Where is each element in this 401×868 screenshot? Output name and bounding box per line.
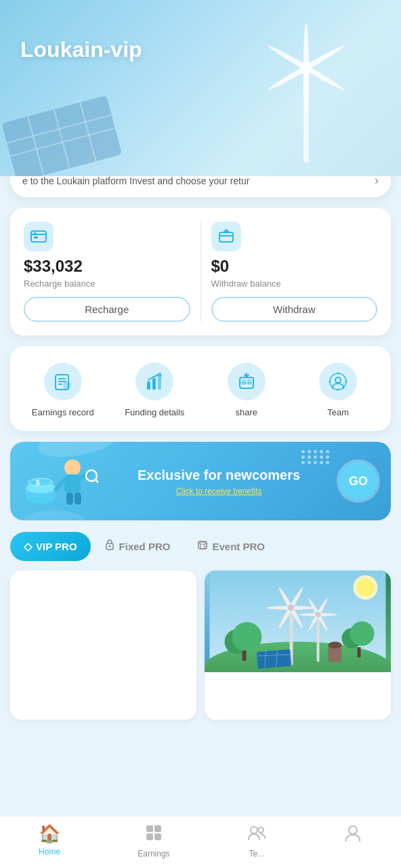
recharge-label: Recharge balance — [24, 278, 96, 289]
svg-point-67 — [288, 604, 295, 611]
svg-point-33 — [337, 373, 339, 375]
svg-rect-25 — [158, 375, 161, 390]
tab-vip-pro-label: VIP PRO — [36, 541, 77, 552]
funding-details-icon — [135, 363, 173, 400]
svg-rect-24 — [152, 378, 156, 390]
products-grid — [10, 571, 391, 720]
svg-rect-73 — [257, 649, 292, 669]
svg-rect-27 — [242, 379, 246, 385]
svg-point-52 — [108, 545, 110, 547]
svg-rect-53 — [198, 541, 207, 549]
svg-rect-11 — [31, 231, 46, 242]
bottom-navigation: 🏠 Home Earnings Te... — [0, 816, 401, 868]
product-tabs: ◇ VIP PRO Fixed PRO Event PRO — [10, 531, 391, 561]
ribbon-decor-bottom — [24, 510, 85, 520]
svg-rect-28 — [247, 379, 251, 385]
svg-rect-23 — [147, 381, 150, 390]
withdraw-button[interactable]: Withdraw — [211, 297, 378, 322]
tab-fixed-pro[interactable]: Fixed PRO — [91, 531, 184, 561]
svg-rect-62 — [358, 647, 361, 657]
product-image-2 — [205, 571, 391, 672]
earnings-record-icon — [44, 363, 82, 400]
share-action[interactable]: share — [200, 363, 293, 417]
nav-earnings-label: Earnings — [138, 849, 169, 859]
svg-rect-82 — [154, 825, 161, 832]
svg-point-43 — [64, 459, 81, 476]
newcomer-text-block: Exclusive for newcomers Click to receive… — [98, 466, 339, 496]
actions-card: Earnings record Funding details s — [10, 346, 391, 431]
svg-point-4 — [301, 62, 312, 73]
nav-home-label: Home — [39, 847, 60, 856]
funding-details-action[interactable]: Funding details — [109, 363, 201, 417]
product-card-1[interactable] — [10, 571, 196, 720]
svg-point-35 — [329, 381, 331, 383]
recharge-button[interactable]: Recharge — [24, 297, 190, 322]
go-button[interactable]: GO — [339, 462, 377, 500]
turbine-decoration — [266, 14, 347, 163]
balance-card: $33,032 Recharge balance Recharge $0 Wit… — [10, 208, 391, 335]
svg-text:$: $ — [36, 479, 40, 487]
team-nav-icon — [247, 823, 266, 846]
tab-vip-pro[interactable]: ◇ VIP PRO — [10, 532, 91, 561]
tab-event-pro-label: Event PRO — [212, 541, 265, 552]
newcomer-subtitle: Click to receive benefits — [98, 487, 339, 496]
app-title: Loukain-vip — [20, 37, 142, 62]
svg-point-85 — [251, 827, 257, 833]
marquee-text: e to the Loukain platform Invest and cho… — [22, 175, 249, 186]
newcomer-banner[interactable]: $ Exclusive for newcomers Click to recei… — [10, 442, 391, 520]
product-card-2[interactable] — [205, 571, 391, 720]
withdraw-icon — [211, 222, 241, 251]
hero-section: Loukain-vip — [0, 0, 401, 176]
svg-rect-54 — [200, 544, 205, 549]
svg-point-78 — [329, 642, 342, 648]
nav-earnings[interactable]: Earnings — [138, 823, 169, 859]
fixed-pro-icon — [104, 539, 115, 553]
newcomer-illustration: $ — [24, 454, 98, 508]
tab-fixed-pro-label: Fixed PRO — [119, 541, 171, 552]
svg-point-61 — [350, 621, 375, 646]
svg-rect-14 — [34, 232, 36, 234]
earnings-record-action[interactable]: Earnings record — [17, 363, 109, 417]
nav-home[interactable]: 🏠 Home — [39, 823, 60, 859]
svg-point-87 — [349, 826, 357, 834]
nav-team-label: Te... — [249, 849, 264, 859]
solar-panel-decoration — [0, 95, 135, 176]
svg-line-48 — [96, 480, 98, 484]
newcomer-title: Exclusive for newcomers — [98, 466, 339, 484]
withdraw-label: Withdraw balance — [211, 278, 281, 289]
nav-profile[interactable] — [343, 823, 362, 859]
nav-team[interactable]: Te... — [247, 823, 266, 859]
balance-divider — [200, 222, 201, 322]
svg-point-36 — [345, 381, 347, 383]
svg-rect-68 — [317, 615, 320, 662]
recharge-amount: $33,032 — [24, 257, 83, 276]
svg-point-72 — [316, 612, 321, 617]
withdraw-amount: $0 — [211, 257, 230, 276]
svg-rect-15 — [219, 232, 233, 242]
svg-line-45 — [56, 480, 64, 489]
svg-rect-50 — [75, 493, 81, 505]
svg-rect-13 — [34, 236, 38, 239]
funding-details-label: Funding details — [125, 407, 184, 417]
svg-rect-5 — [1, 96, 122, 176]
svg-point-86 — [258, 827, 263, 833]
withdraw-section: $0 Withdraw balance Withdraw — [211, 222, 378, 322]
svg-rect-49 — [66, 493, 73, 505]
team-label: Team — [327, 407, 349, 417]
home-icon: 🏠 — [39, 823, 60, 844]
svg-rect-81 — [146, 825, 153, 832]
earnings-record-label: Earnings record — [32, 407, 94, 417]
team-action[interactable]: Team — [293, 363, 385, 417]
recharge-icon — [24, 222, 54, 251]
svg-rect-21 — [64, 383, 70, 388]
svg-line-46 — [81, 473, 89, 478]
share-icon — [228, 363, 266, 400]
tab-event-pro[interactable]: Event PRO — [184, 531, 278, 561]
vip-pro-icon: ◇ — [24, 540, 32, 553]
svg-point-34 — [337, 389, 339, 391]
svg-point-58 — [232, 622, 262, 652]
svg-point-32 — [335, 377, 341, 383]
svg-rect-83 — [146, 833, 153, 840]
svg-point-80 — [357, 579, 375, 596]
svg-rect-44 — [64, 474, 81, 495]
